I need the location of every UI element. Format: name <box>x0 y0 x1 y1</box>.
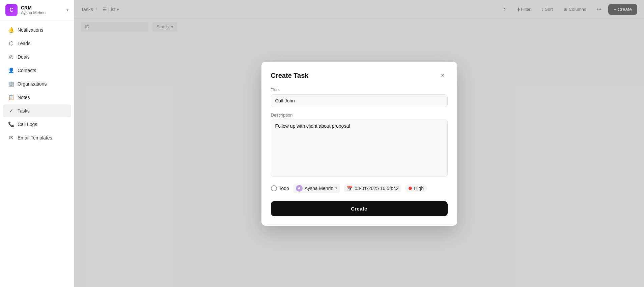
contacts-icon: 👤 <box>8 67 14 73</box>
sidebar-chevron-icon: ▾ <box>66 8 68 12</box>
create-task-modal: Create Task × Title Description Todo <box>261 62 457 226</box>
modal-header: Create Task × <box>271 71 448 81</box>
sidebar-item-contacts[interactable]: 👤 Contacts <box>3 64 71 77</box>
call-logs-icon: 📞 <box>8 121 14 127</box>
priority-selector[interactable]: High <box>405 184 427 192</box>
email-templates-icon: ✉ <box>8 135 14 141</box>
sidebar-item-notifications[interactable]: 🔔 Notifications <box>3 24 71 36</box>
main-content: Tasks / ☰ List ▾ ↻ ⧫ Filter ↕ Sort ⊞ Col… <box>74 0 644 287</box>
app-name: CRM <box>21 5 63 10</box>
assignee-chevron-icon: ▾ <box>335 186 337 190</box>
title-field: Title <box>271 87 448 107</box>
app-logo: C <box>5 4 18 16</box>
sidebar-item-label: Notifications <box>18 27 43 33</box>
sidebar-item-label: Notes <box>18 95 30 100</box>
sidebar-item-label: Leads <box>18 41 30 46</box>
modal-close-button[interactable]: × <box>438 71 448 81</box>
datetime-value: 03-01-2025 16:58:42 <box>355 186 398 191</box>
tasks-icon: ✓ <box>8 108 14 114</box>
close-icon: × <box>441 72 445 79</box>
notes-icon: 📋 <box>8 94 14 100</box>
notifications-icon: 🔔 <box>8 27 14 33</box>
modal-meta: Todo A Aysha Mehrin ▾ 📅 03-01-2025 16:58… <box>271 184 448 193</box>
description-input[interactable] <box>271 120 448 177</box>
sidebar-nav: 🔔 Notifications ⬡ Leads ◎ Deals 👤 Contac… <box>0 21 74 287</box>
todo-label: Todo <box>279 186 289 191</box>
todo-circle-icon <box>271 185 277 191</box>
organizations-icon: 🏢 <box>8 81 14 87</box>
sidebar-item-organizations[interactable]: 🏢 Organizations <box>3 77 71 90</box>
sidebar-item-deals[interactable]: ◎ Deals <box>3 51 71 63</box>
sidebar: C CRM Aysha Mehrin ▾ 🔔 Notifications ⬡ L… <box>0 0 74 287</box>
sidebar-item-label: Contacts <box>18 68 36 73</box>
description-field: Description <box>271 113 448 178</box>
assignee-selector[interactable]: A Aysha Mehrin ▾ <box>293 184 340 193</box>
user-name: Aysha Mehrin <box>21 10 63 15</box>
sidebar-item-label: Tasks <box>18 108 30 114</box>
todo-status[interactable]: Todo <box>271 185 289 191</box>
sidebar-item-label: Deals <box>18 54 30 60</box>
modal-title: Create Task <box>271 72 309 79</box>
modal-create-button[interactable]: Create <box>271 201 448 216</box>
leads-icon: ⬡ <box>8 40 14 46</box>
sidebar-item-label: Call Logs <box>18 122 37 127</box>
deals-icon: ◎ <box>8 54 14 60</box>
assignee-name: Aysha Mehrin <box>305 186 333 191</box>
sidebar-item-leads[interactable]: ⬡ Leads <box>3 37 71 50</box>
sidebar-item-email-templates[interactable]: ✉ Email Templates <box>3 131 71 144</box>
app-info: CRM Aysha Mehrin <box>21 5 63 15</box>
title-label: Title <box>271 87 448 92</box>
title-input[interactable] <box>271 94 448 107</box>
description-label: Description <box>271 113 448 118</box>
priority-label: High <box>414 186 424 191</box>
sidebar-item-label: Email Templates <box>18 135 52 140</box>
sidebar-item-call-logs[interactable]: 📞 Call Logs <box>3 118 71 131</box>
sidebar-item-notes[interactable]: 📋 Notes <box>3 91 71 104</box>
modal-create-label: Create <box>351 206 367 212</box>
priority-dot-icon <box>409 187 412 190</box>
sidebar-header[interactable]: C CRM Aysha Mehrin ▾ <box>0 0 74 21</box>
modal-overlay: Create Task × Title Description Todo <box>74 0 644 287</box>
assignee-avatar: A <box>296 185 303 192</box>
sidebar-item-tasks[interactable]: ✓ Tasks <box>3 104 71 117</box>
sidebar-item-label: Organizations <box>18 81 47 87</box>
datetime-picker[interactable]: 📅 03-01-2025 16:58:42 <box>344 184 401 192</box>
calendar-icon: 📅 <box>347 186 353 191</box>
